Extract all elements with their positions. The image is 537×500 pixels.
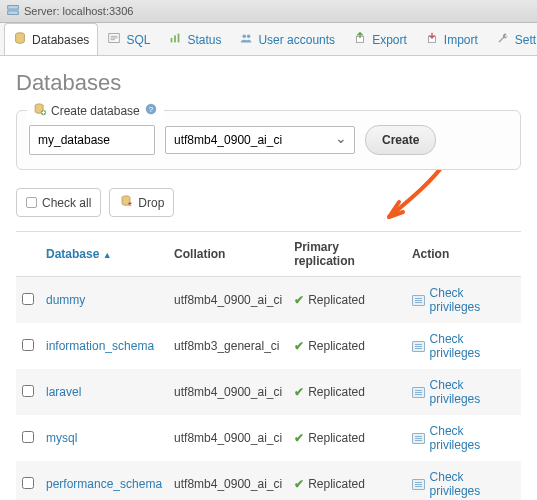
check-icon: ✔	[294, 339, 304, 353]
database-link[interactable]: laravel	[46, 385, 81, 399]
titlebar-label: Server: localhost:3306	[24, 5, 133, 17]
row-checkbox[interactable]	[22, 385, 34, 397]
check-privileges-link[interactable]: Check privileges	[412, 470, 515, 498]
row-checkbox[interactable]	[22, 293, 34, 305]
table-row: performance_schemautf8mb4_0900_ai_ci✔Rep…	[16, 461, 521, 500]
databases-table: Database ▲ Collation Primary replication…	[16, 231, 521, 500]
tab-export[interactable]: Export	[344, 23, 416, 55]
check-privileges-link[interactable]: Check privileges	[412, 332, 515, 360]
create-database-fieldset: Create database ? utf8mb4_0900_ai_ci Cre…	[16, 110, 521, 170]
check-icon: ✔	[294, 293, 304, 307]
collation-cell: utf8mb4_0900_ai_ci	[168, 277, 288, 324]
collation-cell: utf8mb4_0900_ai_ci	[168, 461, 288, 500]
check-privileges-link[interactable]: Check privileges	[412, 378, 515, 406]
server-icon	[6, 3, 20, 19]
svg-text:?: ?	[149, 105, 154, 114]
bulk-toolbar: Check all Drop	[16, 188, 521, 217]
db-add-icon	[33, 102, 47, 119]
collation-cell: utf8mb3_general_ci	[168, 323, 288, 369]
database-link[interactable]: dummy	[46, 293, 85, 307]
database-icon	[13, 31, 27, 48]
database-link[interactable]: performance_schema	[46, 477, 162, 491]
help-icon[interactable]: ?	[144, 102, 158, 119]
titlebar: Server: localhost:3306	[0, 0, 537, 23]
svg-rect-0	[8, 6, 19, 10]
wrench-icon	[496, 31, 510, 48]
check-icon: ✔	[294, 431, 304, 445]
database-link[interactable]: information_schema	[46, 339, 154, 353]
col-database[interactable]: Database ▲	[40, 232, 168, 277]
tab-sql[interactable]: SQL	[98, 23, 159, 55]
collation-select[interactable]: utf8mb4_0900_ai_ci	[165, 126, 355, 154]
status-icon	[168, 31, 182, 48]
tab-settings[interactable]: Settings	[487, 23, 537, 55]
users-icon	[239, 31, 253, 48]
drop-icon	[119, 194, 133, 211]
tab-databases[interactable]: Databases	[4, 23, 98, 55]
privileges-icon	[412, 479, 425, 490]
svg-rect-4	[171, 38, 173, 42]
row-checkbox[interactable]	[22, 431, 34, 443]
collation-cell: utf8mb4_0900_ai_ci	[168, 415, 288, 461]
tab-import[interactable]: Import	[416, 23, 487, 55]
replication-cell: ✔Replicated	[288, 323, 406, 369]
replication-cell: ✔Replicated	[288, 369, 406, 415]
import-icon	[425, 31, 439, 48]
table-row: dummyutf8mb4_0900_ai_ci✔ReplicatedCheck …	[16, 277, 521, 324]
content: Databases Create database ? utf8mb4_0900…	[0, 56, 537, 500]
create-database-legend: Create database ?	[27, 100, 164, 121]
replication-cell: ✔Replicated	[288, 277, 406, 324]
tab-user-accounts[interactable]: User accounts	[230, 23, 344, 55]
col-replication: Primary replication	[288, 232, 406, 277]
col-collation[interactable]: Collation	[168, 232, 288, 277]
database-link[interactable]: mysql	[46, 431, 77, 445]
privileges-icon	[412, 295, 425, 306]
database-name-input[interactable]	[29, 125, 155, 155]
checkbox-icon	[26, 197, 37, 208]
check-icon: ✔	[294, 385, 304, 399]
row-checkbox[interactable]	[22, 477, 34, 489]
replication-cell: ✔Replicated	[288, 461, 406, 500]
create-button[interactable]: Create	[365, 125, 436, 155]
table-row: laravelutf8mb4_0900_ai_ci✔ReplicatedChec…	[16, 369, 521, 415]
privileges-icon	[412, 341, 425, 352]
check-icon: ✔	[294, 477, 304, 491]
table-row: information_schemautf8mb3_general_ci✔Rep…	[16, 323, 521, 369]
sort-asc-icon: ▲	[103, 250, 112, 260]
check-privileges-link[interactable]: Check privileges	[412, 424, 515, 452]
check-all-button[interactable]: Check all	[16, 188, 101, 217]
tab-status[interactable]: Status	[159, 23, 230, 55]
sql-icon	[107, 31, 121, 48]
svg-rect-1	[8, 11, 19, 15]
table-row: mysqlutf8mb4_0900_ai_ci✔ReplicatedCheck …	[16, 415, 521, 461]
check-privileges-link[interactable]: Check privileges	[412, 286, 515, 314]
page-title: Databases	[16, 70, 521, 96]
svg-point-7	[243, 35, 247, 39]
svg-point-8	[247, 35, 251, 39]
svg-rect-6	[178, 34, 180, 43]
privileges-icon	[412, 387, 425, 398]
drop-button[interactable]: Drop	[109, 188, 174, 217]
export-icon	[353, 31, 367, 48]
replication-cell: ✔Replicated	[288, 415, 406, 461]
row-checkbox[interactable]	[22, 339, 34, 351]
svg-rect-5	[175, 35, 177, 42]
privileges-icon	[412, 433, 425, 444]
col-action: Action	[406, 232, 521, 277]
collation-cell: utf8mb4_0900_ai_ci	[168, 369, 288, 415]
tab-bar: Databases SQL Status User accounts Expor…	[0, 23, 537, 56]
